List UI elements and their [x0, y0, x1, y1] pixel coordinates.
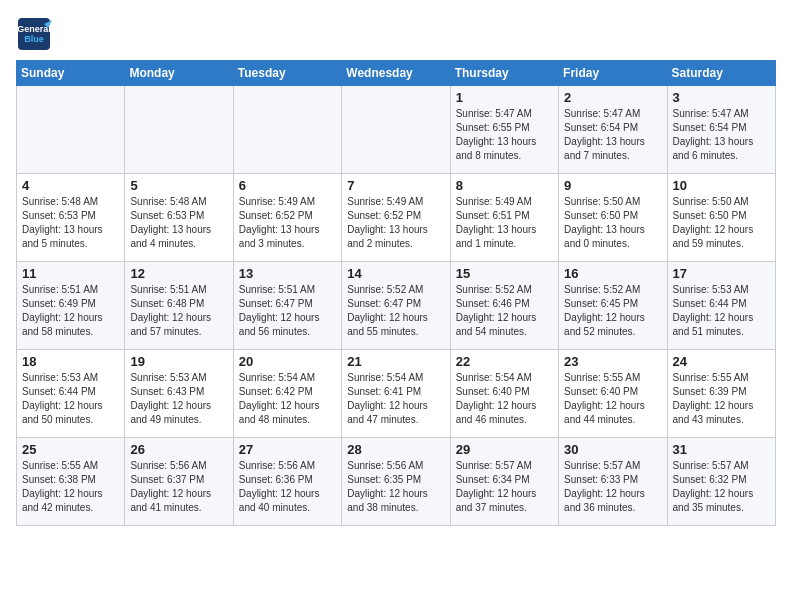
cell-daylight-info: Sunrise: 5:54 AM Sunset: 6:41 PM Dayligh…	[347, 371, 444, 427]
day-number: 5	[130, 178, 227, 193]
day-number: 9	[564, 178, 661, 193]
cell-daylight-info: Sunrise: 5:53 AM Sunset: 6:44 PM Dayligh…	[673, 283, 770, 339]
cell-daylight-info: Sunrise: 5:56 AM Sunset: 6:37 PM Dayligh…	[130, 459, 227, 515]
day-of-week-header: Tuesday	[233, 61, 341, 86]
calendar-cell	[17, 86, 125, 174]
calendar-cell: 27Sunrise: 5:56 AM Sunset: 6:36 PM Dayli…	[233, 438, 341, 526]
calendar-cell: 15Sunrise: 5:52 AM Sunset: 6:46 PM Dayli…	[450, 262, 558, 350]
calendar-cell	[233, 86, 341, 174]
calendar-cell: 17Sunrise: 5:53 AM Sunset: 6:44 PM Dayli…	[667, 262, 775, 350]
calendar-cell: 31Sunrise: 5:57 AM Sunset: 6:32 PM Dayli…	[667, 438, 775, 526]
cell-daylight-info: Sunrise: 5:50 AM Sunset: 6:50 PM Dayligh…	[673, 195, 770, 251]
cell-daylight-info: Sunrise: 5:49 AM Sunset: 6:52 PM Dayligh…	[347, 195, 444, 251]
cell-daylight-info: Sunrise: 5:51 AM Sunset: 6:47 PM Dayligh…	[239, 283, 336, 339]
calendar-cell: 18Sunrise: 5:53 AM Sunset: 6:44 PM Dayli…	[17, 350, 125, 438]
day-number: 17	[673, 266, 770, 281]
cell-daylight-info: Sunrise: 5:57 AM Sunset: 6:32 PM Dayligh…	[673, 459, 770, 515]
calendar-cell: 10Sunrise: 5:50 AM Sunset: 6:50 PM Dayli…	[667, 174, 775, 262]
calendar-cell: 29Sunrise: 5:57 AM Sunset: 6:34 PM Dayli…	[450, 438, 558, 526]
calendar-cell: 3Sunrise: 5:47 AM Sunset: 6:54 PM Daylig…	[667, 86, 775, 174]
page-header: General Blue	[16, 16, 776, 52]
cell-daylight-info: Sunrise: 5:49 AM Sunset: 6:52 PM Dayligh…	[239, 195, 336, 251]
day-number: 22	[456, 354, 553, 369]
day-number: 20	[239, 354, 336, 369]
cell-daylight-info: Sunrise: 5:47 AM Sunset: 6:55 PM Dayligh…	[456, 107, 553, 163]
calendar-cell: 30Sunrise: 5:57 AM Sunset: 6:33 PM Dayli…	[559, 438, 667, 526]
cell-daylight-info: Sunrise: 5:52 AM Sunset: 6:47 PM Dayligh…	[347, 283, 444, 339]
day-number: 31	[673, 442, 770, 457]
calendar-cell: 7Sunrise: 5:49 AM Sunset: 6:52 PM Daylig…	[342, 174, 450, 262]
cell-daylight-info: Sunrise: 5:55 AM Sunset: 6:38 PM Dayligh…	[22, 459, 119, 515]
calendar-cell: 9Sunrise: 5:50 AM Sunset: 6:50 PM Daylig…	[559, 174, 667, 262]
day-of-week-header: Sunday	[17, 61, 125, 86]
cell-daylight-info: Sunrise: 5:57 AM Sunset: 6:34 PM Dayligh…	[456, 459, 553, 515]
day-number: 1	[456, 90, 553, 105]
cell-daylight-info: Sunrise: 5:48 AM Sunset: 6:53 PM Dayligh…	[130, 195, 227, 251]
day-number: 24	[673, 354, 770, 369]
calendar-week-row: 18Sunrise: 5:53 AM Sunset: 6:44 PM Dayli…	[17, 350, 776, 438]
day-number: 25	[22, 442, 119, 457]
day-number: 15	[456, 266, 553, 281]
day-number: 21	[347, 354, 444, 369]
day-number: 23	[564, 354, 661, 369]
calendar-cell: 4Sunrise: 5:48 AM Sunset: 6:53 PM Daylig…	[17, 174, 125, 262]
calendar-table: SundayMondayTuesdayWednesdayThursdayFrid…	[16, 60, 776, 526]
cell-daylight-info: Sunrise: 5:47 AM Sunset: 6:54 PM Dayligh…	[564, 107, 661, 163]
calendar-cell: 21Sunrise: 5:54 AM Sunset: 6:41 PM Dayli…	[342, 350, 450, 438]
day-of-week-header: Friday	[559, 61, 667, 86]
calendar-week-row: 25Sunrise: 5:55 AM Sunset: 6:38 PM Dayli…	[17, 438, 776, 526]
day-number: 3	[673, 90, 770, 105]
calendar-cell: 26Sunrise: 5:56 AM Sunset: 6:37 PM Dayli…	[125, 438, 233, 526]
cell-daylight-info: Sunrise: 5:54 AM Sunset: 6:40 PM Dayligh…	[456, 371, 553, 427]
day-number: 30	[564, 442, 661, 457]
day-number: 14	[347, 266, 444, 281]
day-number: 29	[456, 442, 553, 457]
calendar-cell: 24Sunrise: 5:55 AM Sunset: 6:39 PM Dayli…	[667, 350, 775, 438]
cell-daylight-info: Sunrise: 5:52 AM Sunset: 6:46 PM Dayligh…	[456, 283, 553, 339]
day-of-week-header: Monday	[125, 61, 233, 86]
day-number: 2	[564, 90, 661, 105]
day-of-week-header: Saturday	[667, 61, 775, 86]
calendar-cell	[342, 86, 450, 174]
logo: General Blue	[16, 16, 52, 52]
calendar-week-row: 11Sunrise: 5:51 AM Sunset: 6:49 PM Dayli…	[17, 262, 776, 350]
day-of-week-header: Wednesday	[342, 61, 450, 86]
cell-daylight-info: Sunrise: 5:56 AM Sunset: 6:36 PM Dayligh…	[239, 459, 336, 515]
day-number: 6	[239, 178, 336, 193]
day-of-week-header: Thursday	[450, 61, 558, 86]
calendar-cell: 23Sunrise: 5:55 AM Sunset: 6:40 PM Dayli…	[559, 350, 667, 438]
calendar-cell: 22Sunrise: 5:54 AM Sunset: 6:40 PM Dayli…	[450, 350, 558, 438]
calendar-cell: 1Sunrise: 5:47 AM Sunset: 6:55 PM Daylig…	[450, 86, 558, 174]
cell-daylight-info: Sunrise: 5:53 AM Sunset: 6:44 PM Dayligh…	[22, 371, 119, 427]
day-number: 19	[130, 354, 227, 369]
day-number: 8	[456, 178, 553, 193]
day-number: 12	[130, 266, 227, 281]
calendar-week-row: 1Sunrise: 5:47 AM Sunset: 6:55 PM Daylig…	[17, 86, 776, 174]
calendar-week-row: 4Sunrise: 5:48 AM Sunset: 6:53 PM Daylig…	[17, 174, 776, 262]
calendar-cell: 20Sunrise: 5:54 AM Sunset: 6:42 PM Dayli…	[233, 350, 341, 438]
calendar-cell: 6Sunrise: 5:49 AM Sunset: 6:52 PM Daylig…	[233, 174, 341, 262]
day-number: 18	[22, 354, 119, 369]
cell-daylight-info: Sunrise: 5:53 AM Sunset: 6:43 PM Dayligh…	[130, 371, 227, 427]
cell-daylight-info: Sunrise: 5:55 AM Sunset: 6:40 PM Dayligh…	[564, 371, 661, 427]
cell-daylight-info: Sunrise: 5:55 AM Sunset: 6:39 PM Dayligh…	[673, 371, 770, 427]
day-number: 26	[130, 442, 227, 457]
calendar-cell: 16Sunrise: 5:52 AM Sunset: 6:45 PM Dayli…	[559, 262, 667, 350]
day-number: 10	[673, 178, 770, 193]
day-number: 11	[22, 266, 119, 281]
day-number: 27	[239, 442, 336, 457]
calendar-cell: 13Sunrise: 5:51 AM Sunset: 6:47 PM Dayli…	[233, 262, 341, 350]
day-number: 7	[347, 178, 444, 193]
svg-text:Blue: Blue	[24, 34, 44, 44]
day-number: 28	[347, 442, 444, 457]
calendar-cell: 25Sunrise: 5:55 AM Sunset: 6:38 PM Dayli…	[17, 438, 125, 526]
cell-daylight-info: Sunrise: 5:49 AM Sunset: 6:51 PM Dayligh…	[456, 195, 553, 251]
calendar-cell: 19Sunrise: 5:53 AM Sunset: 6:43 PM Dayli…	[125, 350, 233, 438]
cell-daylight-info: Sunrise: 5:51 AM Sunset: 6:49 PM Dayligh…	[22, 283, 119, 339]
calendar-cell: 8Sunrise: 5:49 AM Sunset: 6:51 PM Daylig…	[450, 174, 558, 262]
cell-daylight-info: Sunrise: 5:57 AM Sunset: 6:33 PM Dayligh…	[564, 459, 661, 515]
cell-daylight-info: Sunrise: 5:48 AM Sunset: 6:53 PM Dayligh…	[22, 195, 119, 251]
calendar-cell: 28Sunrise: 5:56 AM Sunset: 6:35 PM Dayli…	[342, 438, 450, 526]
cell-daylight-info: Sunrise: 5:50 AM Sunset: 6:50 PM Dayligh…	[564, 195, 661, 251]
calendar-cell	[125, 86, 233, 174]
